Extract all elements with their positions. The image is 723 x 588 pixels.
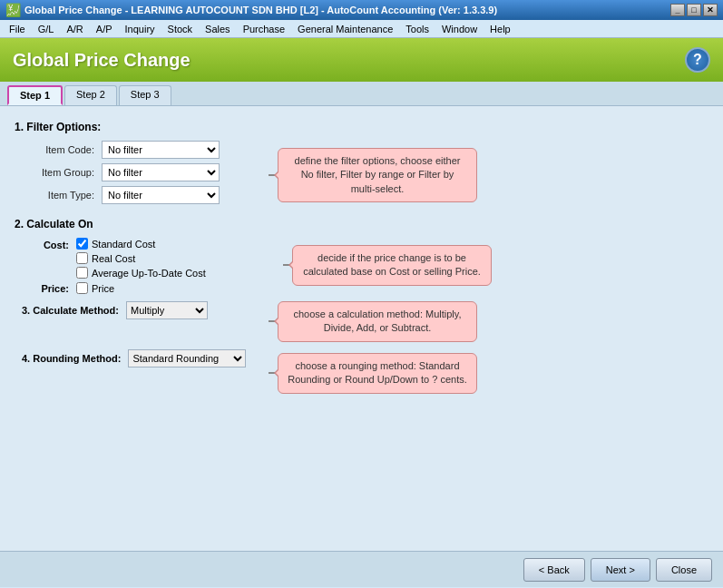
next-button[interactable]: Next > xyxy=(591,558,650,582)
cost-label: Cost: xyxy=(29,238,76,250)
calculate-method-select[interactable]: Multiply Divide Add Subtract xyxy=(126,301,208,319)
back-button[interactable]: < Back xyxy=(523,558,585,582)
real-cost-checkbox[interactable] xyxy=(76,252,88,264)
title-bar: 💹 Global Price Change - LEARNING AUTOCOU… xyxy=(0,0,723,20)
menu-general-maintenance[interactable]: General Maintenance xyxy=(292,23,398,35)
menu-ap[interactable]: A/P xyxy=(91,23,118,35)
menu-stock[interactable]: Stock xyxy=(162,23,199,35)
item-code-label: Item Code: xyxy=(29,144,102,155)
close-btn[interactable]: ✕ xyxy=(703,4,718,16)
rounding-method-select[interactable]: Standard Rounding Round Up/Down xyxy=(128,349,246,368)
item-group-select[interactable]: No filter Filter by range Filter by mult… xyxy=(102,163,220,181)
item-type-row: Item Type: No filter Filter by range Fil… xyxy=(15,186,250,204)
calculate-on-header: 2. Calculate On xyxy=(15,218,708,230)
average-cost-row: Average Up-To-Date Cost xyxy=(76,267,206,279)
real-cost-label: Real Cost xyxy=(92,253,135,264)
page-header: Global Price Change ? xyxy=(0,38,723,82)
menu-help[interactable]: Help xyxy=(484,23,516,35)
rounding-method-header: 4. Rounding Method: xyxy=(22,353,128,364)
tabs-bar: Step 1 Step 2 Step 3 xyxy=(0,82,723,106)
item-code-select[interactable]: No filter Filter by range Filter by mult… xyxy=(102,141,220,159)
minimize-btn[interactable]: _ xyxy=(670,4,685,16)
real-cost-row: Real Cost xyxy=(76,252,206,264)
calculate-on-tooltip: decide if the price change is to be calc… xyxy=(292,245,492,286)
help-button[interactable]: ? xyxy=(685,47,710,73)
title-text: Global Price Change - LEARNING AUTOCOUNT… xyxy=(24,5,497,15)
standard-cost-label: Standard Cost xyxy=(92,239,155,250)
menu-gl[interactable]: G/L xyxy=(33,23,60,35)
menu-sales[interactable]: Sales xyxy=(200,23,236,35)
app-icon: 💹 xyxy=(5,3,21,17)
window-controls[interactable]: _ □ ✕ xyxy=(670,4,718,16)
menu-purchase[interactable]: Purchase xyxy=(238,23,290,35)
item-code-row: Item Code: No filter Filter by range Fil… xyxy=(15,141,250,159)
calculate-method-header: 3. Calculate Method: xyxy=(22,305,126,316)
price-option-label: Price xyxy=(92,283,114,294)
tab-step2[interactable]: Step 2 xyxy=(64,85,117,105)
filter-tooltip: define the filter options, choose either… xyxy=(278,148,477,202)
item-group-row: Item Group: No filter Filter by range Fi… xyxy=(15,163,250,181)
footer: < Back Next > Close xyxy=(0,551,723,587)
tab-step1[interactable]: Step 1 xyxy=(7,85,63,105)
price-checkbox[interactable] xyxy=(76,282,88,294)
main-content: 1. Filter Options: Item Code: No filter … xyxy=(0,106,723,551)
item-type-select[interactable]: No filter Filter by range Filter by mult… xyxy=(102,186,220,204)
menu-bar: File G/L A/R A/P Inquiry Stock Sales Pur… xyxy=(0,20,723,38)
standard-cost-row: Standard Cost xyxy=(76,238,206,250)
menu-ar[interactable]: A/R xyxy=(61,23,88,35)
tab-step3[interactable]: Step 3 xyxy=(119,85,171,105)
average-cost-checkbox[interactable] xyxy=(76,267,88,279)
menu-inquiry[interactable]: Inquiry xyxy=(120,23,161,35)
average-cost-label: Average Up-To-Date Cost xyxy=(92,268,206,279)
item-group-label: Item Group: xyxy=(29,167,102,178)
filter-options-header: 1. Filter Options: xyxy=(15,121,708,133)
standard-cost-checkbox[interactable] xyxy=(76,238,88,250)
item-type-label: Item Type: xyxy=(29,190,102,201)
menu-tools[interactable]: Tools xyxy=(400,23,435,35)
page-title: Global Price Change xyxy=(13,50,191,71)
rounding-method-tooltip: choose a rounging method: Standard Round… xyxy=(278,353,477,394)
calculate-method-tooltip: choose a calculation method: Multiply, D… xyxy=(278,301,477,342)
menu-window[interactable]: Window xyxy=(436,23,483,35)
price-label: Price: xyxy=(29,283,76,294)
maximize-btn[interactable]: □ xyxy=(687,4,701,16)
menu-file[interactable]: File xyxy=(4,23,31,35)
close-button[interactable]: Close xyxy=(656,558,712,582)
price-row: Price xyxy=(76,282,114,294)
